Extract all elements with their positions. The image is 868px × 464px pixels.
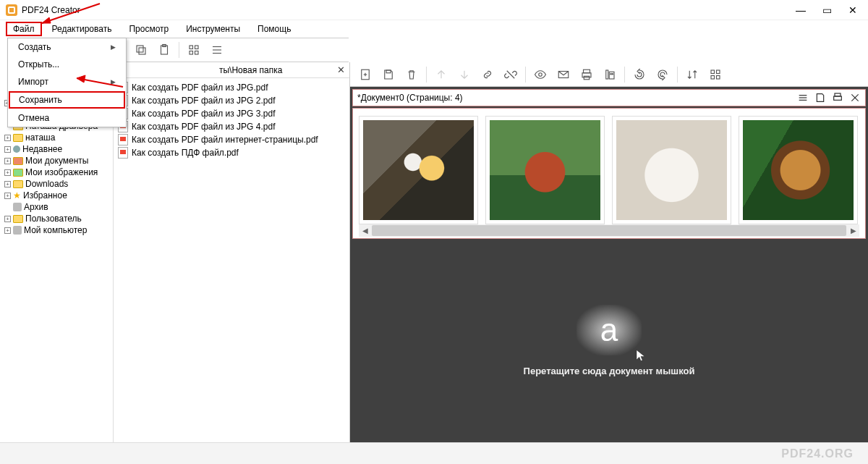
folder-icon xyxy=(13,145,20,153)
file-name: Как создать ПДФ файл.pdf xyxy=(132,148,239,158)
separator xyxy=(179,42,179,58)
title-bar: PDF24 Creator — ▭ ✕ xyxy=(0,0,868,20)
file-item[interactable]: Как создать PDF файл из JPG 3.pdf xyxy=(118,107,345,120)
expand-icon[interactable]: + xyxy=(4,169,11,176)
svg-marker-3 xyxy=(77,75,85,83)
tree-item[interactable]: +Мои изображения xyxy=(0,166,113,178)
scroll-left-button[interactable]: ◀ xyxy=(359,227,371,235)
menu-tools[interactable]: Инструменты xyxy=(179,22,247,36)
unlink-button[interactable] xyxy=(500,64,522,85)
delete-doc-button[interactable] xyxy=(401,64,422,85)
svg-rect-6 xyxy=(139,48,145,54)
doc-save-icon[interactable] xyxy=(814,92,826,104)
email-button[interactable] xyxy=(553,64,574,85)
file-name: Как создать PDF файл из JPG.pdf xyxy=(132,83,268,93)
page-thumbnail[interactable] xyxy=(612,116,731,224)
doc-print-icon[interactable] xyxy=(832,92,843,104)
expand-icon[interactable]: + xyxy=(4,146,11,153)
thumbnails-scrollbar[interactable]: ◀ ▶ xyxy=(359,224,859,237)
expand-icon[interactable]: + xyxy=(4,158,11,164)
tile-button[interactable] xyxy=(705,64,726,85)
pdf-icon xyxy=(118,134,128,145)
tree-item[interactable]: +Недавнее xyxy=(0,143,113,155)
tree-label: Пользователь xyxy=(25,214,82,224)
left-toolbar xyxy=(104,38,349,62)
page-thumbnail[interactable] xyxy=(359,116,478,224)
tree-item[interactable]: +★Избранное xyxy=(0,190,113,201)
sort-button[interactable] xyxy=(681,64,703,85)
link-button[interactable] xyxy=(477,64,498,85)
tree-label: Недавнее xyxy=(22,144,62,154)
file-menu-cancel[interactable]: Отмена xyxy=(8,109,126,127)
tree-label: Downloads xyxy=(25,179,68,189)
move-up-button[interactable] xyxy=(430,64,452,85)
minimize-button[interactable]: — xyxy=(794,4,807,16)
folder-icon: ★ xyxy=(13,190,21,201)
maximize-button[interactable]: ▭ xyxy=(820,4,833,16)
path-clear-button[interactable]: ✕ xyxy=(335,64,346,75)
drop-zone[interactable]: a Перетащите сюда документ мышкой xyxy=(352,240,866,440)
svg-rect-26 xyxy=(606,70,608,79)
tree-item[interactable]: +Мой компьютер xyxy=(0,224,113,236)
svg-point-29 xyxy=(612,73,613,75)
path-bar: ✕ xyxy=(114,62,349,78)
file-menu-create[interactable]: Создать▶ xyxy=(8,38,126,56)
expand-icon[interactable]: + xyxy=(4,135,11,141)
paste-button[interactable] xyxy=(153,40,175,60)
svg-rect-10 xyxy=(190,46,193,49)
file-item[interactable]: Как создать ПДФ файл.pdf xyxy=(118,146,345,159)
page-thumbnail[interactable] xyxy=(485,116,605,224)
tree-label: Мои изображения xyxy=(25,167,98,177)
path-input[interactable] xyxy=(216,64,331,77)
file-menu-save[interactable]: Сохранить xyxy=(9,91,125,109)
menu-help[interactable]: Помощь xyxy=(250,22,298,36)
save-doc-button[interactable] xyxy=(378,64,399,85)
file-item[interactable]: Как создать PDF файл из JPG 4.pdf xyxy=(118,120,345,133)
tree-item[interactable]: +Пользователь xyxy=(0,213,113,224)
page-thumbnail[interactable] xyxy=(739,116,858,224)
print-button[interactable] xyxy=(576,64,597,85)
tree-item[interactable]: +Мои документы xyxy=(0,155,113,166)
menu-view[interactable]: Просмотр xyxy=(122,22,176,36)
tree-item[interactable]: +Downloads xyxy=(0,178,113,190)
app-title: PDF24 Creator xyxy=(22,5,794,15)
fax-button[interactable] xyxy=(599,64,621,85)
separator xyxy=(677,67,678,83)
expand-icon[interactable]: + xyxy=(4,227,11,234)
tree-item[interactable]: +наташа xyxy=(0,132,113,143)
expand-icon[interactable]: + xyxy=(4,216,11,222)
doc-menu-icon[interactable] xyxy=(797,92,809,104)
svg-rect-13 xyxy=(195,51,199,55)
document-tab[interactable]: *Документ0 (Страницы: 4) xyxy=(352,89,866,106)
move-down-button[interactable] xyxy=(454,64,475,85)
thumbnail-image xyxy=(490,120,600,220)
new-doc-button[interactable] xyxy=(354,64,376,85)
copy-button[interactable] xyxy=(130,40,152,60)
rotate-right-button[interactable] xyxy=(652,64,673,85)
expand-icon[interactable]: + xyxy=(4,193,11,199)
scroll-right-button[interactable]: ▶ xyxy=(847,227,859,235)
svg-rect-25 xyxy=(584,76,590,80)
close-window-button[interactable]: ✕ xyxy=(846,4,859,16)
svg-rect-37 xyxy=(835,93,841,96)
expand-icon[interactable]: + xyxy=(4,181,11,187)
svg-point-21 xyxy=(539,72,542,76)
tree-item[interactable]: Архив xyxy=(0,201,113,213)
submenu-chevron-icon: ▶ xyxy=(111,43,116,51)
folder-icon xyxy=(13,180,23,188)
file-item[interactable]: Как создать PDF файл из JPG.pdf xyxy=(118,81,345,94)
rotate-left-button[interactable] xyxy=(629,64,650,85)
preview-button[interactable] xyxy=(529,64,551,85)
file-item[interactable]: Как создать PDF файл интернет-страницы.p… xyxy=(118,133,345,146)
doc-close-icon[interactable] xyxy=(849,92,861,104)
list-view-button[interactable] xyxy=(206,40,228,60)
svg-rect-30 xyxy=(711,70,715,74)
svg-rect-27 xyxy=(609,72,614,79)
annotation-arrow-1 xyxy=(35,0,107,29)
right-toolbar xyxy=(350,62,868,87)
file-item[interactable]: Как создать PDF файл из JPG 2.pdf xyxy=(118,94,345,107)
annotation-arrow-2 xyxy=(71,69,129,91)
folder-icon xyxy=(13,215,23,223)
scrollbar-track[interactable] xyxy=(372,225,846,236)
grid-view-button[interactable] xyxy=(183,40,205,60)
